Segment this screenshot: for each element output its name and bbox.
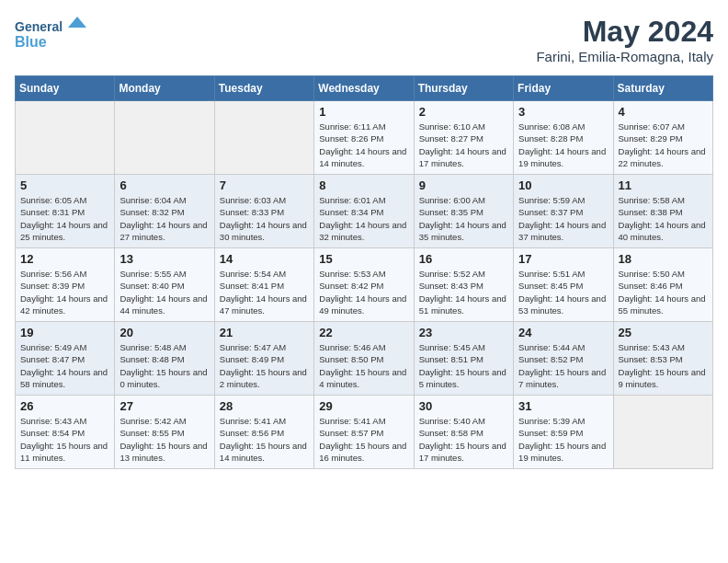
day-info: Sunrise: 5:43 AM Sunset: 8:54 PM Dayligh…	[20, 415, 109, 464]
table-row	[214, 101, 313, 175]
day-number: 29	[319, 399, 408, 413]
table-row: 22Sunrise: 5:46 AM Sunset: 8:50 PM Dayli…	[314, 322, 414, 396]
table-row: 10Sunrise: 5:59 AM Sunset: 8:37 PM Dayli…	[514, 175, 613, 248]
day-info: Sunrise: 5:50 AM Sunset: 8:46 PM Dayligh…	[619, 268, 708, 316]
location: Farini, Emilia-Romagna, Italy	[536, 49, 713, 64]
table-row: 3Sunrise: 6:08 AM Sunset: 8:28 PM Daylig…	[514, 101, 613, 175]
header-thursday: Thursday	[414, 76, 513, 101]
calendar-week-2: 5Sunrise: 6:05 AM Sunset: 8:31 PM Daylig…	[16, 175, 713, 248]
table-row: 29Sunrise: 5:41 AM Sunset: 8:57 PM Dayli…	[314, 396, 414, 469]
day-info: Sunrise: 6:03 AM Sunset: 8:33 PM Dayligh…	[220, 194, 309, 243]
table-row: 7Sunrise: 6:03 AM Sunset: 8:33 PM Daylig…	[214, 175, 313, 248]
day-number: 5	[20, 178, 109, 192]
svg-marker-1	[68, 17, 86, 28]
day-info: Sunrise: 6:00 AM Sunset: 8:35 PM Dayligh…	[419, 194, 508, 243]
day-info: Sunrise: 5:44 AM Sunset: 8:52 PM Dayligh…	[518, 341, 608, 390]
logo: General Blue	[15, 15, 97, 59]
day-info: Sunrise: 5:47 AM Sunset: 8:49 PM Dayligh…	[220, 341, 309, 390]
header: General Blue May 2024 Farini, Emilia-Rom…	[15, 15, 713, 64]
day-info: Sunrise: 6:04 AM Sunset: 8:32 PM Dayligh…	[119, 194, 209, 243]
day-info: Sunrise: 5:58 AM Sunset: 8:38 PM Dayligh…	[619, 194, 708, 243]
day-info: Sunrise: 5:48 AM Sunset: 8:48 PM Dayligh…	[119, 341, 209, 390]
calendar-week-3: 12Sunrise: 5:56 AM Sunset: 8:39 PM Dayli…	[16, 248, 713, 322]
table-row: 6Sunrise: 6:04 AM Sunset: 8:32 PM Daylig…	[115, 175, 214, 248]
day-number: 8	[319, 178, 408, 192]
day-number: 28	[220, 399, 309, 413]
calendar-table: Sunday Monday Tuesday Wednesday Thursday…	[15, 75, 713, 469]
table-row: 28Sunrise: 5:41 AM Sunset: 8:56 PM Dayli…	[214, 396, 313, 469]
day-info: Sunrise: 5:51 AM Sunset: 8:45 PM Dayligh…	[518, 268, 608, 316]
calendar-week-4: 19Sunrise: 5:49 AM Sunset: 8:47 PM Dayli…	[16, 322, 713, 396]
table-row: 14Sunrise: 5:54 AM Sunset: 8:41 PM Dayli…	[214, 248, 313, 322]
day-info: Sunrise: 5:42 AM Sunset: 8:55 PM Dayligh…	[119, 415, 209, 464]
table-row: 11Sunrise: 5:58 AM Sunset: 8:38 PM Dayli…	[613, 175, 712, 248]
day-info: Sunrise: 6:11 AM Sunset: 8:26 PM Dayligh…	[319, 121, 408, 169]
header-monday: Monday	[115, 76, 214, 101]
page: General Blue May 2024 Farini, Emilia-Rom…	[0, 0, 728, 563]
table-row: 17Sunrise: 5:51 AM Sunset: 8:45 PM Dayli…	[514, 248, 613, 322]
table-row: 26Sunrise: 5:43 AM Sunset: 8:54 PM Dayli…	[16, 396, 115, 469]
table-row: 13Sunrise: 5:55 AM Sunset: 8:40 PM Dayli…	[115, 248, 214, 322]
svg-text:General: General	[15, 19, 63, 34]
day-number: 1	[319, 105, 408, 119]
table-row: 20Sunrise: 5:48 AM Sunset: 8:48 PM Dayli…	[115, 322, 214, 396]
day-number: 26	[20, 399, 109, 413]
day-number: 15	[319, 252, 408, 266]
day-info: Sunrise: 6:08 AM Sunset: 8:28 PM Dayligh…	[518, 121, 608, 169]
table-row: 24Sunrise: 5:44 AM Sunset: 8:52 PM Dayli…	[514, 322, 613, 396]
day-info: Sunrise: 5:53 AM Sunset: 8:42 PM Dayligh…	[319, 268, 408, 316]
day-info: Sunrise: 5:55 AM Sunset: 8:40 PM Dayligh…	[119, 268, 209, 316]
table-row: 31Sunrise: 5:39 AM Sunset: 8:59 PM Dayli…	[514, 396, 613, 469]
day-info: Sunrise: 6:01 AM Sunset: 8:34 PM Dayligh…	[319, 194, 408, 243]
month-title: May 2024	[536, 15, 713, 49]
header-tuesday: Tuesday	[214, 76, 313, 101]
table-row: 19Sunrise: 5:49 AM Sunset: 8:47 PM Dayli…	[16, 322, 115, 396]
day-number: 6	[119, 178, 209, 192]
table-row: 2Sunrise: 6:10 AM Sunset: 8:27 PM Daylig…	[414, 101, 513, 175]
table-row	[115, 101, 214, 175]
day-number: 2	[419, 105, 508, 119]
calendar-header-row: Sunday Monday Tuesday Wednesday Thursday…	[16, 76, 713, 101]
day-info: Sunrise: 6:10 AM Sunset: 8:27 PM Dayligh…	[419, 121, 508, 169]
day-number: 23	[419, 326, 508, 339]
svg-text:Blue: Blue	[15, 34, 47, 50]
calendar-week-1: 1Sunrise: 6:11 AM Sunset: 8:26 PM Daylig…	[16, 101, 713, 175]
day-info: Sunrise: 5:45 AM Sunset: 8:51 PM Dayligh…	[419, 341, 508, 390]
table-row: 21Sunrise: 5:47 AM Sunset: 8:49 PM Dayli…	[214, 322, 313, 396]
table-row: 1Sunrise: 6:11 AM Sunset: 8:26 PM Daylig…	[314, 101, 414, 175]
table-row: 15Sunrise: 5:53 AM Sunset: 8:42 PM Dayli…	[314, 248, 414, 322]
title-area: May 2024 Farini, Emilia-Romagna, Italy	[536, 15, 713, 64]
table-row: 27Sunrise: 5:42 AM Sunset: 8:55 PM Dayli…	[115, 396, 214, 469]
day-info: Sunrise: 5:41 AM Sunset: 8:56 PM Dayligh…	[220, 415, 309, 464]
day-info: Sunrise: 5:54 AM Sunset: 8:41 PM Dayligh…	[220, 268, 309, 316]
day-number: 22	[319, 326, 408, 339]
header-sunday: Sunday	[16, 76, 115, 101]
table-row: 16Sunrise: 5:52 AM Sunset: 8:43 PM Dayli…	[414, 248, 513, 322]
day-number: 7	[220, 178, 309, 192]
day-info: Sunrise: 5:49 AM Sunset: 8:47 PM Dayligh…	[20, 341, 109, 390]
table-row: 18Sunrise: 5:50 AM Sunset: 8:46 PM Dayli…	[613, 248, 712, 322]
day-number: 11	[619, 178, 708, 192]
day-info: Sunrise: 6:05 AM Sunset: 8:31 PM Dayligh…	[20, 194, 109, 243]
day-number: 18	[619, 252, 708, 266]
table-row: 5Sunrise: 6:05 AM Sunset: 8:31 PM Daylig…	[16, 175, 115, 248]
header-friday: Friday	[514, 76, 613, 101]
header-wednesday: Wednesday	[314, 76, 414, 101]
day-number: 31	[518, 399, 608, 413]
table-row: 12Sunrise: 5:56 AM Sunset: 8:39 PM Dayli…	[16, 248, 115, 322]
table-row: 4Sunrise: 6:07 AM Sunset: 8:29 PM Daylig…	[613, 101, 712, 175]
day-number: 17	[518, 252, 608, 266]
day-number: 9	[419, 178, 508, 192]
table-row: 25Sunrise: 5:43 AM Sunset: 8:53 PM Dayli…	[613, 322, 712, 396]
table-row: 8Sunrise: 6:01 AM Sunset: 8:34 PM Daylig…	[314, 175, 414, 248]
day-info: Sunrise: 5:40 AM Sunset: 8:58 PM Dayligh…	[419, 415, 508, 464]
day-number: 13	[119, 252, 209, 266]
table-row	[613, 396, 712, 469]
day-number: 21	[220, 326, 309, 339]
day-number: 24	[518, 326, 608, 339]
day-number: 14	[220, 252, 309, 266]
header-saturday: Saturday	[613, 76, 712, 101]
day-number: 12	[20, 252, 109, 266]
day-number: 19	[20, 326, 109, 339]
table-row: 9Sunrise: 6:00 AM Sunset: 8:35 PM Daylig…	[414, 175, 513, 248]
